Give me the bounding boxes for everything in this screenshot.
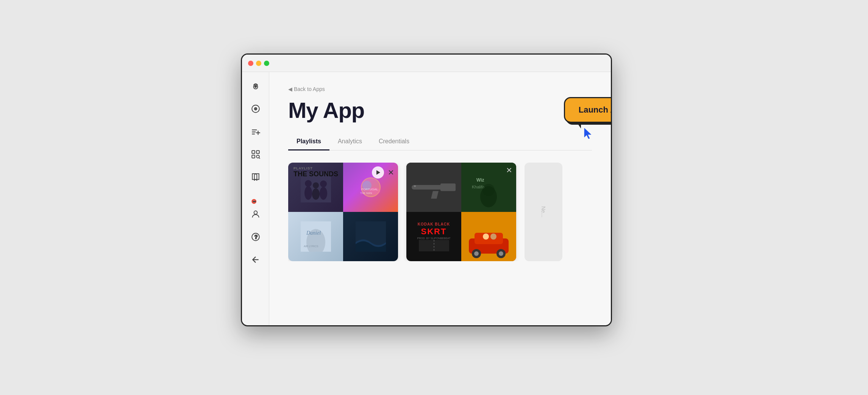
prod-label: PROD. BY SLIPONBEBEAT — [417, 237, 450, 240]
sidebar-icon-notifications[interactable]: ··· — [248, 193, 263, 207]
sidebar-icon-apps[interactable] — [248, 147, 263, 161]
minimize-button[interactable] — [256, 61, 261, 66]
sidebar-icon-logo[interactable] — [248, 79, 263, 93]
sidebar-icon-book[interactable] — [248, 170, 263, 184]
tab-credentials[interactable]: Credentials — [370, 133, 418, 150]
back-to-apps-link[interactable]: ◀ Back to Apps — [288, 86, 325, 92]
album-grid-2: Wiz Khalifa — [406, 163, 516, 261]
close-button-1[interactable]: ✕ — [388, 169, 394, 176]
svg-point-4 — [255, 108, 256, 109]
tab-playlists[interactable]: Playlists — [288, 133, 329, 150]
page-title: My App — [288, 97, 592, 123]
svg-point-27 — [312, 188, 320, 200]
svg-point-29 — [320, 187, 327, 200]
svg-point-26 — [305, 180, 312, 187]
playlists-grid: PLAYLIST THE SOUNDS ✕ — [288, 163, 592, 261]
cursor-arrow-icon — [584, 128, 593, 140]
launch-btn-container: Launch App — [564, 97, 611, 123]
back-arrow-icon: ◀ — [288, 86, 292, 92]
svg-text:?: ? — [254, 234, 258, 240]
road-icon — [419, 240, 449, 251]
title-bar — [242, 55, 611, 72]
kodak-label: KODAK BLACK — [418, 222, 450, 226]
tab-analytics[interactable]: Analytics — [329, 133, 370, 150]
playlist-card-2: ✕ — [406, 163, 516, 261]
album-tile-2-3: KODAK BLACK SKRT PROD. BY SLIPONBEBEAT — [406, 212, 461, 261]
sidebar-icon-disc[interactable] — [248, 102, 263, 116]
svg-point-59 — [474, 251, 479, 256]
svg-point-18 — [254, 211, 257, 214]
card-1-actions: ✕ — [372, 166, 394, 179]
close-button-2[interactable]: ✕ — [506, 166, 512, 174]
maximize-button[interactable] — [264, 61, 269, 66]
svg-rect-44 — [440, 183, 456, 191]
svg-text:THE MAN: THE MAN — [360, 192, 372, 194]
playlist-label-1: PLAYLIST — [293, 166, 338, 170]
sidebar: ··· ? — [242, 72, 269, 325]
card-2-actions: ✕ — [506, 166, 512, 174]
svg-line-14 — [259, 158, 260, 158]
album-tile-1-3: Daniel AIR LYRICS — [288, 212, 343, 261]
back-link-text: Back to Apps — [294, 86, 325, 92]
close-button[interactable] — [248, 61, 253, 66]
svg-text:···: ··· — [253, 200, 255, 204]
svg-text:Wiz: Wiz — [476, 177, 484, 183]
album-tile-2-4 — [461, 212, 516, 261]
playlist-name-1: THE SOUNDS — [293, 170, 338, 179]
third-card-text: Ne... — [540, 206, 546, 218]
cartoon-album-icon — [461, 212, 516, 261]
main-content: Launch App ◀ Back to Apps My App — [269, 72, 611, 325]
svg-rect-10 — [252, 150, 255, 154]
svg-point-62 — [490, 234, 496, 240]
svg-text:Daniel: Daniel — [306, 230, 321, 236]
play-icon-1 — [375, 170, 381, 175]
daniel-album-icon: Daniel AIR LYRICS — [301, 221, 331, 252]
svg-text:PORTUGAL.: PORTUGAL. — [361, 188, 379, 191]
album-tile-1-4 — [343, 212, 398, 261]
app-layout: ··· ? — [242, 72, 611, 325]
main-header-area: Launch App ◀ Back to Apps My App — [288, 86, 592, 261]
play-button-1[interactable] — [372, 166, 384, 179]
svg-point-13 — [256, 155, 259, 158]
svg-rect-11 — [256, 150, 259, 154]
svg-point-1 — [255, 86, 256, 88]
browser-window: ··· ? — [241, 53, 612, 326]
svg-marker-23 — [376, 170, 380, 175]
tabs: Playlists Analytics Credentials — [288, 133, 592, 150]
svg-point-25 — [304, 186, 312, 200]
sidebar-icon-person[interactable] — [248, 207, 263, 221]
svg-point-51 — [482, 184, 495, 196]
svg-point-61 — [483, 234, 489, 240]
svg-marker-22 — [584, 128, 591, 139]
waves-album-icon — [356, 221, 386, 252]
playlist-card-1-header: PLAYLIST THE SOUNDS — [293, 166, 338, 179]
sidebar-icon-wrapper-notifications: ··· — [248, 193, 263, 221]
playlist-card-1: PLAYLIST THE SOUNDS ✕ — [288, 163, 398, 261]
sidebar-icon-back[interactable] — [248, 252, 263, 267]
album-tile-2-1 — [406, 163, 461, 212]
svg-text:AIR LYRICS: AIR LYRICS — [304, 245, 318, 248]
sidebar-icon-help[interactable]: ? — [248, 230, 263, 244]
gun-album-icon — [406, 163, 461, 212]
svg-rect-56 — [475, 233, 503, 244]
screen-wrapper: ··· ? — [226, 53, 642, 342]
svg-point-60 — [499, 251, 503, 256]
sidebar-icon-add-playlist[interactable] — [248, 124, 263, 139]
launch-app-button[interactable]: Launch App — [564, 97, 611, 123]
skrt-label: SKRT — [421, 227, 447, 237]
svg-point-30 — [320, 180, 327, 187]
playlist-card-3-partial: Ne... — [525, 163, 562, 261]
traffic-lights — [248, 61, 269, 66]
svg-rect-12 — [252, 155, 255, 158]
svg-point-28 — [313, 182, 319, 188]
